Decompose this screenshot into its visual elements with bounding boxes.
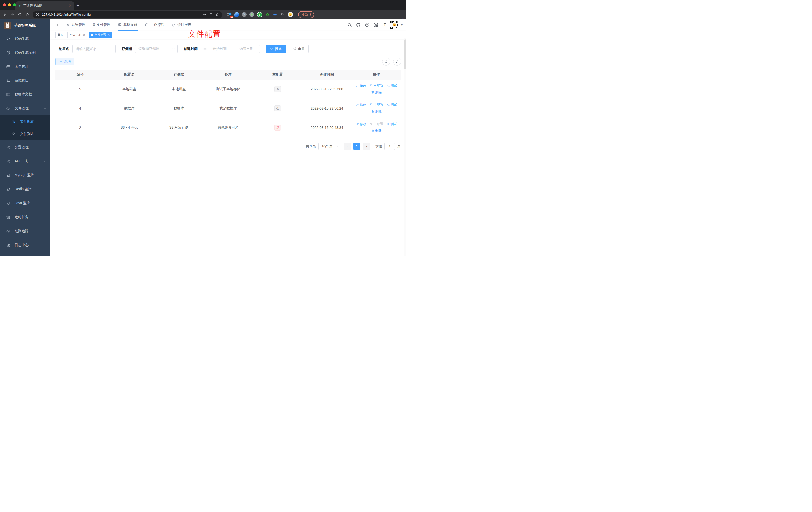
delete-link[interactable]: 删除 — [371, 110, 382, 114]
end-date-placeholder[interactable]: 结束日期 — [236, 47, 257, 51]
extension-icons: 11 ⌘ y — [227, 12, 293, 18]
config-name-input[interactable] — [76, 47, 113, 51]
sidebar-item-redis-monitor[interactable]: Redis 监控 — [0, 182, 50, 196]
sidebar-item-mysql-monitor[interactable]: MySQL 监控 — [0, 168, 50, 182]
github-icon[interactable] — [356, 23, 361, 27]
date-range-picker[interactable]: 开始日期 - 结束日期 — [201, 44, 260, 53]
chevron-up-icon — [44, 107, 47, 110]
extension-tabs-icon[interactable]: 11 — [227, 12, 232, 17]
browser-menu-icon[interactable] — [311, 13, 311, 16]
master-config-link[interactable]: 主配置 — [370, 84, 383, 88]
sidebar-item-log-center[interactable]: 日志中心 — [0, 238, 50, 252]
test-link[interactable]: 测试 — [386, 122, 397, 126]
extension-star-icon[interactable] — [265, 12, 270, 17]
logo-rabbit-image — [4, 22, 11, 29]
storage-select[interactable]: 请选择存储器 — [135, 44, 178, 53]
extension-pin-icon[interactable] — [234, 12, 239, 17]
home-icon[interactable] — [25, 12, 29, 17]
font-size-icon[interactable]: TT — [382, 23, 386, 27]
cell-remark: 戴佩妮真可爱 — [203, 118, 253, 137]
refresh-table-button[interactable] — [393, 58, 401, 65]
topnav-payment-management[interactable]: ¥支付管理 — [89, 19, 114, 31]
browser-tabstrip: 芋道管理系统 ✕ + — [0, 0, 406, 10]
edit-link[interactable]: 修改 — [356, 103, 366, 107]
add-button[interactable]: 新增 — [55, 58, 74, 65]
delete-link[interactable]: 删除 — [371, 90, 382, 95]
sidebar-item-db-doc[interactable]: 数据库文档 — [0, 88, 50, 101]
scrollbar-thumb[interactable] — [404, 39, 406, 69]
sidebar-item-file-management[interactable]: 文件管理 — [0, 101, 50, 115]
prev-page-button[interactable]: ‹ — [344, 143, 351, 150]
help-icon[interactable] — [365, 23, 370, 27]
page-size-select[interactable]: 10条/页 — [318, 143, 341, 150]
search-icon — [384, 60, 388, 64]
sidebar-item-form-builder[interactable]: 表单构建 — [0, 60, 50, 73]
page-scrollbar[interactable] — [404, 38, 406, 256]
start-date-placeholder[interactable]: 开始日期 — [209, 47, 230, 51]
sidebar-item-system-api[interactable]: 系统接口 — [0, 73, 50, 88]
sidebar-item-code-gen[interactable]: 代码生成 — [0, 32, 50, 46]
config-name-field[interactable] — [72, 44, 116, 53]
sidebar-item-file-config[interactable]: 文件配置 — [0, 115, 50, 128]
reload-icon[interactable] — [18, 12, 22, 17]
tab-close-icon[interactable]: ✕ — [68, 3, 71, 8]
profile-emoji-icon[interactable] — [288, 12, 293, 17]
edit-link[interactable]: 修改 — [356, 122, 366, 126]
window-controls[interactable] — [3, 3, 16, 6]
edit-link[interactable]: 修改 — [356, 84, 366, 88]
extension-gray-dot-icon[interactable] — [250, 12, 254, 17]
password-key-icon[interactable] — [203, 13, 207, 17]
header-search-icon[interactable] — [347, 23, 352, 27]
test-link[interactable]: 测试 — [386, 103, 397, 107]
browser-update-button[interactable]: 更新 — [298, 11, 314, 18]
close-icon[interactable]: ✕ — [108, 33, 110, 37]
close-icon[interactable]: ✕ — [83, 33, 85, 37]
master-config-link[interactable]: 主配置 — [370, 103, 383, 107]
close-window-button[interactable] — [3, 3, 6, 6]
avatar-caret-icon[interactable]: ▼ — [401, 24, 403, 26]
reset-button[interactable]: 重置 — [289, 44, 309, 53]
minimize-window-button[interactable] — [8, 3, 11, 6]
user-avatar-qr[interactable] — [390, 21, 399, 29]
sidebar-item-file-list[interactable]: 文件列表 — [0, 128, 50, 140]
extension-eye-icon[interactable] — [272, 12, 277, 17]
extensions-puzzle-icon[interactable] — [280, 12, 285, 17]
delete-link[interactable]: 删除 — [371, 129, 382, 133]
topnav-workflow[interactable]: 工作流程 — [141, 19, 168, 31]
address-bar[interactable]: 127.0.0.1:1024/infra/file/file-config — [33, 11, 222, 18]
bookmark-star-icon[interactable] — [215, 13, 219, 17]
sidebar-item-code-demo[interactable]: 代码生成示例 — [0, 46, 50, 60]
topnav-statistics[interactable]: 统计报表 — [168, 19, 195, 31]
share-page-icon[interactable] — [209, 13, 213, 17]
extension-y-icon[interactable]: y — [257, 12, 262, 18]
sidebar-item-java-monitor[interactable]: Java 监控 — [0, 196, 50, 210]
extension-command-icon[interactable]: ⌘ — [242, 12, 246, 17]
sidebar-item-scheduled-tasks[interactable]: 定时任务 — [0, 210, 50, 224]
sidebar-logo[interactable]: 芋道管理系统 — [0, 19, 50, 32]
zoom-window-button[interactable] — [13, 3, 16, 6]
pencil-icon — [356, 122, 359, 126]
topnav-system-management[interactable]: 系统管理 — [62, 19, 89, 31]
site-info-icon[interactable] — [36, 13, 39, 17]
topnav-infrastructure[interactable]: 基础设施 — [114, 19, 141, 31]
show-search-toggle-button[interactable] — [382, 58, 390, 65]
pencil-icon — [356, 84, 359, 87]
browser-tab[interactable]: 芋道管理系统 ✕ — [16, 1, 74, 10]
tag-home[interactable]: 首页 — [55, 32, 66, 38]
tag-file-config[interactable]: 文件配置✕ — [89, 32, 112, 38]
forward-icon[interactable] — [10, 12, 15, 17]
sidebar-item-api-log[interactable]: API 日志 — [0, 154, 50, 168]
sidebar-item-trace[interactable]: 链路追踪 — [0, 224, 50, 238]
search-button[interactable]: 搜索 — [266, 44, 286, 53]
tag-profile[interactable]: 个人中心✕ — [67, 32, 87, 38]
sidebar-collapse-icon[interactable] — [50, 23, 62, 27]
current-page[interactable]: 1 — [353, 143, 360, 150]
test-link[interactable]: 测试 — [386, 84, 397, 88]
chevron-down-icon — [337, 145, 339, 148]
next-page-button[interactable]: › — [363, 143, 370, 150]
new-tab-button[interactable]: + — [74, 1, 82, 10]
back-icon[interactable] — [3, 12, 7, 17]
sidebar-item-config-management[interactable]: 配置管理 — [0, 140, 50, 154]
goto-page-input[interactable] — [384, 143, 395, 150]
fullscreen-icon[interactable] — [373, 23, 378, 27]
